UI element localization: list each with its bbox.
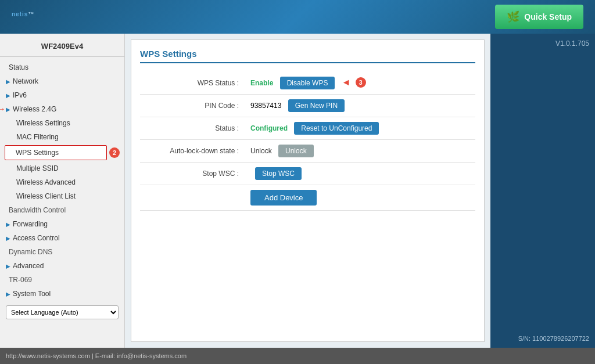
arrow-icon: ▶ bbox=[6, 263, 10, 269]
sidebar-item-advanced[interactable]: ▶ Advanced bbox=[0, 259, 124, 273]
sidebar-item-status-label: Status bbox=[9, 63, 28, 71]
arrow-icon: ▶ bbox=[6, 92, 10, 99]
sidebar-item-wireless-24g[interactable]: ▶ Wireless 2.4G bbox=[0, 102, 124, 116]
table-row: PIN Code : 93857413 Gen New PIN bbox=[140, 95, 475, 117]
sidebar-item-forwarding-label: Forwarding bbox=[13, 220, 48, 228]
autolock-value: Unlock bbox=[250, 147, 272, 155]
sidebar-item-mac-filtering-label: MAC Filtering bbox=[16, 133, 59, 141]
footer-text: http://www.netis-systems.com | E-mail: i… bbox=[6, 352, 187, 359]
sidebar-item-mac-filtering[interactable]: MAC Filtering bbox=[0, 130, 124, 144]
logo-text: netis bbox=[12, 11, 28, 17]
sidebar-item-wireless-24g-label: Wireless 2.4G bbox=[13, 105, 56, 113]
sidebar-item-access-control-label: Access Control bbox=[13, 234, 60, 242]
arrow-icon: ▶ bbox=[6, 78, 10, 85]
badge-2: 2 bbox=[109, 147, 120, 158]
annotation-arrow-3: ◄ bbox=[342, 77, 351, 88]
badge-3: 3 bbox=[356, 77, 366, 88]
serial-text: S/N: 1100278926207722 bbox=[496, 335, 589, 342]
reset-to-unconfigured-button[interactable]: Reset to UnConfigured bbox=[294, 122, 379, 135]
sidebar-item-wps-settings[interactable]: WPS Settings bbox=[5, 145, 107, 160]
wps-status-value: Enable bbox=[250, 79, 273, 87]
leaf-icon: 🌿 bbox=[507, 10, 519, 23]
table-row: Auto-lock-down state : Unlock Unlock bbox=[140, 140, 475, 163]
gen-new-pin-button[interactable]: Gen New PIN bbox=[288, 99, 345, 112]
field-label-status: Status : bbox=[140, 117, 245, 140]
quick-setup-label: Quick Setup bbox=[524, 12, 572, 21]
language-select[interactable]: Select Language (Auto) English Chinese bbox=[6, 305, 119, 319]
table-row: Status : Configured Reset to UnConfigure… bbox=[140, 117, 475, 140]
content-area: WPS Settings WPS Status : Enable Disable… bbox=[125, 34, 490, 348]
wps-settings-row: WPS Settings 2 bbox=[0, 144, 124, 161]
sidebar-item-dynamic-dns[interactable]: Dynamic DNS bbox=[0, 245, 124, 259]
arrow-icon: ▶ bbox=[6, 221, 10, 228]
logo-trademark: ™ bbox=[28, 11, 34, 17]
annotation-arrow-1: → bbox=[0, 104, 6, 114]
field-value-stop-wsc: Stop WSC bbox=[245, 163, 475, 185]
field-value-wps-status: Enable Disable WPS ◄ 3 bbox=[245, 72, 475, 95]
footer: http://www.netis-systems.com | E-mail: i… bbox=[0, 348, 595, 364]
quick-setup-button[interactable]: 🌿 Quick Setup bbox=[495, 5, 583, 29]
sidebar-item-tr069[interactable]: TR-069 bbox=[0, 273, 124, 287]
sidebar-item-network[interactable]: ▶ Network bbox=[0, 74, 124, 88]
pin-code-value: 93857413 bbox=[250, 102, 281, 110]
sidebar-item-forwarding[interactable]: ▶ Forwarding bbox=[0, 217, 124, 231]
field-value-pin-code: 93857413 Gen New PIN bbox=[245, 95, 475, 117]
stop-wsc-button[interactable]: Stop WSC bbox=[255, 167, 302, 180]
sidebar-item-access-control[interactable]: ▶ Access Control bbox=[0, 231, 124, 245]
sidebar-item-wireless-advanced-label: Wireless Advanced bbox=[16, 178, 76, 186]
version-text: V1.0.1.705 bbox=[496, 39, 589, 48]
logo: netis™ bbox=[12, 8, 34, 26]
sidebar-item-wireless-settings-label: Wireless Settings bbox=[16, 119, 70, 127]
device-name: WF2409Ev4 bbox=[0, 38, 124, 57]
disable-wps-button[interactable]: Disable WPS bbox=[280, 77, 335, 89]
sidebar-item-network-label: Network bbox=[13, 77, 38, 85]
field-label-wps-status: WPS Status : bbox=[140, 72, 245, 95]
sidebar-item-wps-settings-label: WPS Settings bbox=[16, 149, 59, 157]
sidebar-item-ipv6-label: IPv6 bbox=[13, 91, 27, 99]
sidebar-item-wireless-settings[interactable]: Wireless Settings bbox=[0, 116, 124, 130]
sidebar-item-wireless-client-list-label: Wireless Client List bbox=[16, 192, 76, 200]
add-device-button[interactable]: Add Device bbox=[250, 190, 317, 206]
sidebar-item-ipv6[interactable]: ▶ IPv6 bbox=[0, 88, 124, 102]
form-table: WPS Status : Enable Disable WPS ◄ 3 PIN bbox=[140, 72, 475, 211]
table-row: WPS Status : Enable Disable WPS ◄ 3 bbox=[140, 72, 475, 95]
arrow-icon: ▶ bbox=[6, 235, 10, 242]
field-label-pin-code: PIN Code : bbox=[140, 95, 245, 117]
sidebar-item-wireless-advanced[interactable]: Wireless Advanced bbox=[0, 175, 124, 189]
add-device-cell: Add Device bbox=[245, 185, 475, 211]
content-inner: WPS Settings WPS Status : Enable Disable… bbox=[131, 39, 485, 342]
unlock-button[interactable]: Unlock bbox=[278, 145, 314, 157]
right-panel: V1.0.1.705 S/N: 1100278926207722 bbox=[490, 34, 595, 348]
sidebar-item-status[interactable]: Status bbox=[0, 60, 124, 74]
field-label-autolock: Auto-lock-down state : bbox=[140, 140, 245, 163]
wireless-section: 1 → ▶ Wireless 2.4G bbox=[0, 102, 124, 116]
arrow-icon: ▶ bbox=[6, 291, 10, 297]
field-label-stop-wsc: Stop WSC : bbox=[140, 163, 245, 185]
sidebar-item-wireless-client-list[interactable]: Wireless Client List bbox=[0, 189, 124, 203]
table-row: Stop WSC : Stop WSC bbox=[140, 163, 475, 185]
arrow-icon: ▶ bbox=[6, 106, 10, 113]
sidebar: WF2409Ev4 Status ▶ Network ▶ IPv6 1 → ▶ … bbox=[0, 34, 125, 348]
status-value: Configured bbox=[250, 124, 288, 132]
add-device-spacer bbox=[140, 185, 245, 211]
sidebar-item-bandwidth-control[interactable]: Bandwidth Control bbox=[0, 203, 124, 217]
sidebar-item-system-tool[interactable]: ▶ System Tool bbox=[0, 287, 124, 301]
sidebar-item-system-tool-label: System Tool bbox=[13, 290, 51, 298]
sidebar-item-multiple-ssid[interactable]: Multiple SSID bbox=[0, 161, 124, 175]
field-value-autolock: Unlock Unlock bbox=[245, 140, 475, 163]
sidebar-item-multiple-ssid-label: Multiple SSID bbox=[16, 164, 59, 172]
table-row: Add Device bbox=[140, 185, 475, 211]
field-value-status: Configured Reset to UnConfigured bbox=[245, 117, 475, 140]
sidebar-item-advanced-label: Advanced bbox=[13, 262, 44, 270]
page-title: WPS Settings bbox=[140, 49, 475, 63]
header: netis™ 🌿 Quick Setup bbox=[0, 0, 595, 34]
main-layout: WF2409Ev4 Status ▶ Network ▶ IPv6 1 → ▶ … bbox=[0, 34, 595, 348]
